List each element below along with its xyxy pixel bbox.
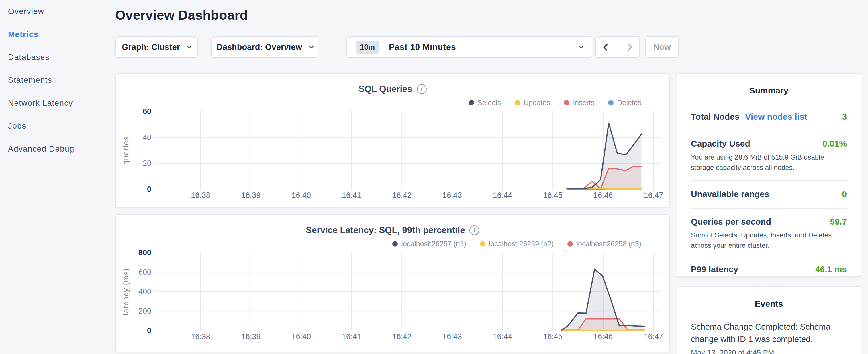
- svg-text:16:40: 16:40: [291, 332, 311, 341]
- capacity-used-description: You are using 28.6 MiB of 515.9 GiB usab…: [691, 152, 847, 173]
- qps-value: 59.7: [830, 217, 847, 227]
- legend-dot-n2: [480, 241, 486, 247]
- sidebar-item-network-latency[interactable]: Network Latency: [0, 92, 115, 115]
- svg-text:16:39: 16:39: [241, 191, 261, 200]
- legend-label: localhost:26257 (n1): [401, 240, 466, 248]
- time-step-back-button[interactable]: [596, 37, 618, 57]
- divider: [691, 130, 847, 130]
- legend-dot-inserts: [564, 100, 569, 105]
- svg-text:16:39: 16:39: [241, 332, 261, 341]
- dashboard-selector-label: Dashboard: Overview: [217, 42, 302, 52]
- sql-queries-chart-card: 16:3816:3916:4016:4116:4216:4316:4416:45…: [115, 73, 670, 207]
- sidebar-item-jobs[interactable]: Jobs: [0, 115, 115, 137]
- legend-label: Deletes: [617, 99, 641, 107]
- graph-selector-dropdown[interactable]: Graph: Cluster: [115, 36, 198, 58]
- legend-item: Deletes: [608, 99, 641, 107]
- svg-text:16:38: 16:38: [191, 332, 210, 341]
- svg-text:16:47: 16:47: [644, 191, 663, 200]
- svg-text:16:42: 16:42: [392, 332, 412, 341]
- event-item-text: Schema Change Completed: Schema change w…: [691, 321, 847, 345]
- svg-text:latency (ms): latency (ms): [122, 268, 130, 315]
- legend-item: Updates: [515, 99, 550, 107]
- svg-text:16:43: 16:43: [442, 191, 462, 200]
- svg-text:16:40: 16:40: [291, 191, 311, 200]
- summary-heading: Summary: [691, 86, 847, 95]
- divider: [691, 256, 847, 256]
- legend-label: Inserts: [573, 99, 594, 107]
- db-console-metrics-page: Overview Metrics Databases Statements Ne…: [0, 0, 868, 354]
- svg-text:0: 0: [147, 185, 151, 194]
- time-range-badge: 10m: [355, 41, 379, 54]
- chart-title: SQL Queries i: [116, 84, 670, 94]
- capacity-used-value: 0.01%: [823, 139, 847, 149]
- legend-dot-n1: [392, 241, 398, 247]
- chart-title: Service Latency: SQL, 99th percentile i: [116, 225, 670, 235]
- legend-item: localhost:26258 (n3): [567, 240, 641, 248]
- summary-row-capacity: Capacity Used 0.01%: [691, 139, 847, 149]
- time-step-forward-button[interactable]: [618, 37, 640, 57]
- svg-text:16:43: 16:43: [442, 332, 462, 341]
- summary-row-total-nodes: Total Nodes View nodes list 3: [691, 112, 847, 122]
- divider: [691, 208, 847, 209]
- capacity-used-label: Capacity Used: [691, 139, 750, 149]
- events-panel: Events Schema Change Completed: Schema c…: [677, 286, 861, 354]
- sidebar-item-databases[interactable]: Databases: [0, 46, 115, 69]
- legend-dot-deletes: [608, 100, 614, 105]
- qps-label: Queries per second: [691, 217, 771, 227]
- chart-legend: localhost:26257 (n1) localhost:26259 (n2…: [392, 240, 641, 248]
- svg-text:16:46: 16:46: [593, 332, 613, 341]
- chart-title-text: SQL Queries: [359, 84, 412, 94]
- svg-text:16:45: 16:45: [543, 332, 562, 341]
- time-range-dropdown[interactable]: 10m Past 10 Minutes: [346, 36, 592, 58]
- info-icon[interactable]: i: [469, 225, 479, 235]
- time-step-buttons: [595, 36, 640, 58]
- legend-item: Selects: [468, 99, 501, 107]
- legend-dot-n3: [567, 241, 573, 247]
- sidebar-item-statements[interactable]: Statements: [0, 69, 115, 92]
- summary-row-unavailable-ranges: Unavailable ranges 0: [691, 189, 847, 199]
- legend-label: Updates: [524, 99, 550, 107]
- svg-text:20: 20: [143, 159, 151, 167]
- svg-text:16:44: 16:44: [493, 332, 513, 341]
- svg-text:16:41: 16:41: [342, 191, 361, 200]
- legend-label: localhost:26259 (n2): [489, 240, 554, 248]
- qps-description: Sum of Selects, Updates, Inserts, and De…: [691, 230, 847, 251]
- svg-text:40: 40: [143, 133, 151, 142]
- chevron-down-icon: [579, 43, 584, 49]
- svg-text:16:47: 16:47: [644, 332, 663, 341]
- sidebar: Overview Metrics Databases Statements Ne…: [0, 0, 115, 354]
- legend-item: Inserts: [564, 99, 594, 107]
- graph-selector-label: Graph: Cluster: [122, 42, 180, 52]
- event-item-timestamp: May 13, 2020 at 4:45 PM: [691, 348, 847, 354]
- legend-dot-selects: [468, 100, 474, 105]
- events-heading: Events: [691, 299, 847, 309]
- svg-text:800: 800: [138, 248, 151, 257]
- now-button[interactable]: Now: [645, 36, 679, 58]
- sidebar-item-overview[interactable]: Overview: [0, 0, 115, 23]
- summary-panel: Summary Total Nodes View nodes list 3 Ca…: [677, 73, 861, 277]
- svg-text:60: 60: [143, 107, 151, 116]
- svg-text:400: 400: [138, 287, 151, 296]
- svg-text:16:42: 16:42: [392, 191, 412, 200]
- summary-row-qps: Queries per second 59.7: [691, 217, 847, 227]
- chevron-left-icon: [603, 43, 611, 51]
- svg-text:0: 0: [147, 326, 151, 335]
- total-nodes-value: 3: [842, 112, 847, 122]
- svg-text:16:46: 16:46: [593, 191, 613, 200]
- dashboard-selector-dropdown[interactable]: Dashboard: Overview: [212, 36, 318, 58]
- chevron-down-icon: [187, 43, 192, 49]
- chart-legend: Selects Updates Inserts Deletes: [468, 99, 641, 107]
- svg-text:600: 600: [138, 268, 151, 277]
- sidebar-item-metrics[interactable]: Metrics: [0, 23, 115, 46]
- view-nodes-list-link[interactable]: View nodes list: [745, 112, 807, 122]
- legend-label: Selects: [477, 99, 501, 107]
- info-icon[interactable]: i: [417, 84, 427, 94]
- p99-latency-value: 46.1 ms: [815, 264, 847, 274]
- unavailable-ranges-value: 0: [842, 189, 847, 199]
- svg-text:200: 200: [138, 307, 151, 315]
- chevron-down-icon: [309, 43, 314, 49]
- page-title: Overview Dashboard: [115, 7, 248, 23]
- svg-text:queries: queries: [122, 136, 130, 164]
- sidebar-item-advanced-debug[interactable]: Advanced Debug: [0, 137, 115, 160]
- unavailable-ranges-label: Unavailable ranges: [691, 189, 769, 199]
